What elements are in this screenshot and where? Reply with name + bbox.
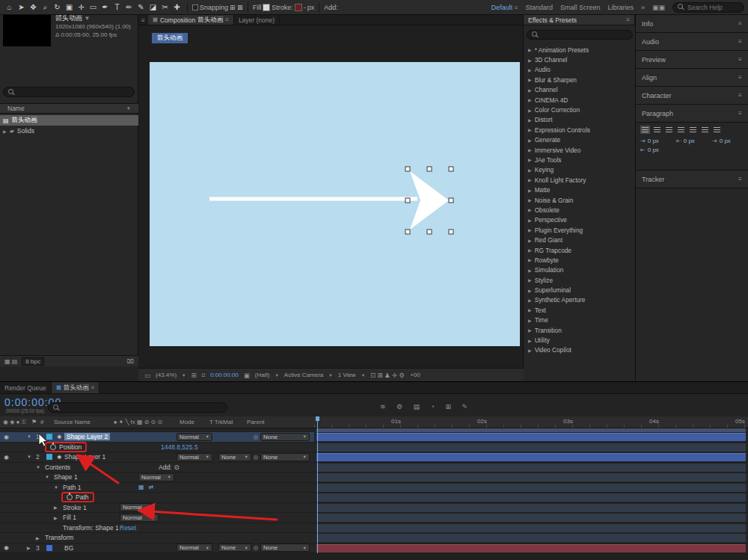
effects-category-item[interactable]: ▶ Color Correction	[524, 105, 636, 114]
group-row-contents[interactable]: ▼ Contents Add: ⊙	[0, 463, 314, 473]
paragraph-indent-field[interactable]: ⇤ 0 px	[640, 147, 672, 153]
snapshot-icon[interactable]: ⌑	[202, 372, 205, 379]
menu-icon[interactable]: ≡	[225, 16, 229, 23]
effects-category-item[interactable]: ▶ * Animation Presets	[524, 45, 636, 55]
group-row-stroke-1[interactable]: ▶ Stroke 1 Normal▼	[0, 503, 314, 514]
blend-mode-dropdown[interactable]: Normal▼	[120, 514, 159, 522]
effects-category-item[interactable]: ▶ Plugin Everything	[524, 225, 636, 235]
effects-category-item[interactable]: ▶ Generate	[524, 135, 636, 145]
layer-row-shape-layer-2[interactable]: ◉ ▼ 1 ✱ Shape Layer 2 Normal▼ ◎ None▼	[0, 432, 314, 443]
shape-1-label[interactable]: Shape 1	[54, 473, 78, 481]
mode-dropdown[interactable]: Normal▼	[177, 433, 212, 441]
project-item-comp[interactable]: ▤ 箭头动画	[0, 115, 138, 126]
timeline-toolbar-icons[interactable]: ≋ ⚙ ▤ ◔ ⊞ ✎	[380, 403, 472, 410]
effects-category-item[interactable]: ▶ Time	[524, 316, 636, 325]
parent-pickwhip-icon[interactable]: ◎	[251, 454, 260, 461]
selection-handle[interactable]	[427, 167, 432, 171]
reset-button[interactable]: Reset	[120, 524, 136, 532]
align-left-icon[interactable]	[640, 126, 650, 134]
chevron-right-icon[interactable]: ▶	[528, 157, 532, 162]
chevron-down-icon[interactable]: ▼	[328, 373, 332, 378]
effects-category-item[interactable]: ▶ RG Trapcode	[524, 245, 636, 255]
grid-options-icon[interactable]: ⊞	[191, 372, 197, 379]
effects-category-item[interactable]: ▶ Rowbyte	[524, 255, 636, 265]
chevron-right-icon[interactable]: ▶	[528, 247, 532, 253]
status-misc-icons[interactable]: ⊡ ⊠ ♟ ✛ ⚙	[370, 372, 405, 379]
effects-category-item[interactable]: ▶ Synthetic Aperture	[524, 295, 636, 305]
visibility-eye-icon[interactable]: ◉	[4, 454, 9, 461]
tab-effects-presets[interactable]: Effects & Presets ≡	[524, 15, 635, 25]
group-row-shape-1[interactable]: ▼ Shape 1 Normal▼	[0, 473, 314, 483]
panel-paragraph[interactable]: Paragraph≡	[636, 105, 748, 123]
project-search-box[interactable]	[3, 87, 135, 97]
layer-row-bg[interactable]: ◉ ▶ 3 BG Normal▼ None▼ ◎ None▼	[0, 544, 314, 554]
selection-handle[interactable]	[427, 230, 432, 234]
view-layout-selector[interactable]: 1 View	[338, 372, 356, 378]
stroke-swatch[interactable]	[295, 4, 302, 11]
camera-selector[interactable]: Active Camera	[284, 372, 323, 378]
twirl-right-icon[interactable]: ▶	[27, 545, 36, 550]
parent-pickwhip-icon[interactable]: ◎	[251, 544, 260, 551]
align-center-icon[interactable]	[652, 126, 662, 134]
chevron-right-icon[interactable]: ▶	[528, 218, 532, 223]
effects-category-item[interactable]: ▶ Simulation	[524, 265, 636, 275]
group-row-transform-shape-1[interactable]: Transform: Shape 1 Reset	[0, 523, 314, 534]
mode-dropdown[interactable]: Normal▼	[177, 544, 212, 552]
eraser-tool[interactable]: ◪	[147, 1, 159, 13]
fill-1-label[interactable]: Fill 1	[63, 514, 76, 521]
effects-category-item[interactable]: ▶ 3D Channel	[524, 55, 636, 64]
column-mode[interactable]: Mode	[180, 419, 194, 425]
chevron-right-icon[interactable]: ▶	[528, 227, 532, 233]
menu-icon[interactable]: ≡	[738, 74, 742, 81]
effects-category-item[interactable]: ▶ Text	[524, 305, 636, 315]
fill-swatch[interactable]	[263, 4, 270, 11]
property-row-position[interactable]: Position 1448.8,525.5	[0, 443, 314, 453]
chevron-right-icon[interactable]: ▶	[528, 298, 532, 303]
home-tool[interactable]: ⌂	[4, 1, 15, 13]
layer-color-swatch[interactable]	[46, 545, 52, 551]
chevron-right-icon[interactable]: ▶	[528, 47, 532, 52]
paragraph-indent-field[interactable]: ⇥ 0 px	[640, 138, 672, 144]
align-right-icon[interactable]	[664, 126, 674, 134]
menu-icon[interactable]: ≡	[738, 38, 742, 45]
parent-pickwhip-icon[interactable]: ◎	[251, 434, 260, 440]
workspace-standard[interactable]: Standard	[525, 4, 553, 11]
transform-shape-label[interactable]: Transform: Shape 1	[63, 524, 119, 532]
effects-category-item[interactable]: ▶ Utility	[524, 335, 636, 345]
chevron-down-icon[interactable]: ▼	[182, 373, 186, 378]
snapping-checkbox[interactable]	[192, 4, 198, 10]
effects-category-item[interactable]: ▶ Matte	[524, 185, 636, 194]
chevron-right-icon[interactable]: ▶	[528, 97, 532, 102]
effects-category-item[interactable]: ▶ Blur & Sharpen	[524, 75, 636, 84]
composition-thumbnail[interactable]	[3, 13, 51, 46]
chevron-right-icon[interactable]: ▶	[528, 138, 532, 143]
path-1-label[interactable]: Path 1	[63, 484, 82, 491]
column-source-name[interactable]: Source Name	[54, 419, 91, 425]
project-comp-name[interactable]: 箭头动画 ▼	[55, 14, 131, 22]
visibility-eye-icon[interactable]: ◉	[4, 434, 9, 440]
add-shape-button[interactable]: ⊙	[174, 464, 180, 471]
column-parent[interactable]: Parent	[247, 419, 265, 425]
justify-last-left-icon[interactable]	[676, 126, 686, 134]
current-time-indicator-line[interactable]	[317, 416, 318, 553]
menu-icon[interactable]: ≡	[738, 20, 742, 27]
status-current-time[interactable]: 0:00:00:00	[210, 372, 239, 378]
mode-dropdown[interactable]: Normal▼	[177, 453, 212, 461]
workspace-grid-icon[interactable]: ▣▣	[652, 4, 665, 11]
parent-dropdown[interactable]: None▼	[260, 453, 310, 461]
paragraph-indent-field[interactable]: ⇥ 0 px	[712, 138, 744, 144]
justify-all-icon[interactable]	[712, 126, 722, 134]
tab-composition[interactable]: Composition 箭头动画 ≡	[148, 15, 234, 25]
parent-dropdown[interactable]: None▼	[260, 544, 310, 552]
camera-tool[interactable]: ▣	[64, 1, 75, 13]
chevron-right-icon[interactable]: ▶	[528, 177, 532, 182]
menu-icon[interactable]: ≡	[738, 92, 742, 99]
menu-icon[interactable]: ≡	[626, 16, 630, 23]
chevron-right-icon[interactable]: ▶	[528, 108, 532, 113]
chevron-right-icon[interactable]: ▶	[528, 167, 532, 173]
help-search-box[interactable]	[672, 2, 744, 13]
effects-category-item[interactable]: ▶ Channel	[524, 85, 636, 95]
twirl-down-icon[interactable]: ▼	[54, 485, 63, 490]
chevron-right-icon[interactable]: ▶	[528, 268, 532, 273]
effects-category-item[interactable]: ▶ Knoll Light Factory	[524, 175, 636, 185]
